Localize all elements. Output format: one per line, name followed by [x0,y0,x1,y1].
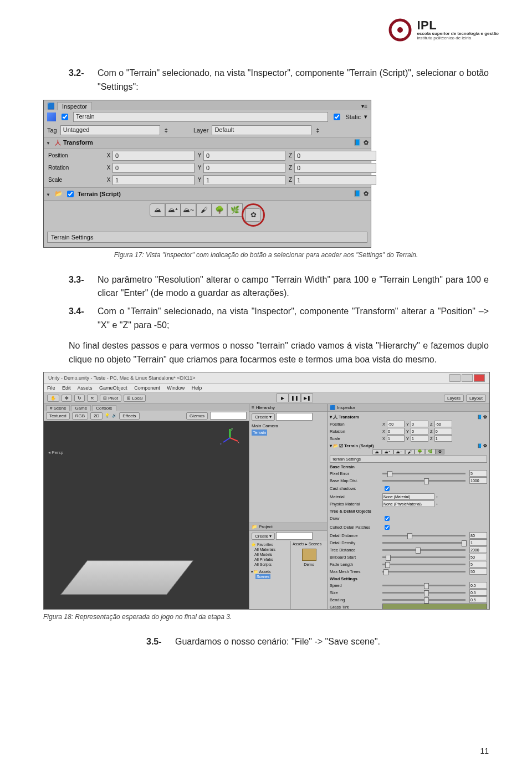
scl-z[interactable] [294,175,376,185]
step-body: Guardamos o nosso cenário: "File" -> "Sa… [175,635,489,649]
name-field[interactable]: Terrain [73,112,328,122]
hierarchy-item[interactable]: Main Camera [252,423,325,429]
rot-y[interactable] [203,163,285,173]
inspector-tab[interactable]: Inspector [337,405,355,410]
gizmos-toggle[interactable]: Gizmos [186,412,208,420]
svg-text:x: x [238,441,239,444]
hierarchy-header: ≡Hierarchy [249,404,327,412]
component-menu-icon[interactable]: ✿ [364,190,369,197]
raise-lower-icon[interactable]: ⛰ [150,203,165,217]
layer-dropdown[interactable]: Default [212,125,311,135]
menu-window[interactable]: Window [167,385,185,391]
static-dropdown-icon[interactable]: ▾ [364,113,367,120]
fav-item[interactable]: All Scripts [254,562,289,567]
svg-line-4 [223,438,230,442]
project-create[interactable]: Create ▾ [252,533,275,540]
pivot-toggle[interactable]: ⊞ Pivot [100,395,121,402]
menu-assets[interactable]: Assets [78,385,93,391]
move-tool-icon[interactable]: ✥ [62,395,72,402]
step-body: No parâmetro "Resolution" alterar o camp… [98,273,489,301]
layout-dropdown[interactable]: Layout [466,395,486,402]
transform-header[interactable]: 人 Transform 📘 ✿ [44,137,371,149]
orientation-gizmo-icon[interactable]: y x z [219,427,241,449]
scene-view[interactable]: y x z Persp [44,421,249,609]
page-number: 11 [480,747,489,755]
fav-item[interactable]: All Models [254,552,289,557]
svg-text:y: y [231,427,233,431]
pause-button[interactable]: ❚❚ [289,393,301,402]
pos-x[interactable] [112,151,195,161]
rot-z[interactable] [294,163,376,173]
fav-item[interactable]: All Materials [254,547,289,552]
project-folder-selected[interactable]: Scenes [255,574,270,579]
hand-tool-icon[interactable]: ✋ [47,395,59,402]
local-toggle[interactable]: ⊞ Local [124,395,146,402]
menu-component[interactable]: Component [134,385,160,391]
menu-edit[interactable]: Edit [62,385,71,391]
render-mode[interactable]: RGB [72,412,88,420]
play-button[interactable]: ▶ [277,393,289,402]
institution-logo: IPL escola superior de tecnologia e gest… [388,18,499,42]
draw-mode[interactable]: Textured [46,412,70,420]
component-menu-icon[interactable]: ✿ [364,139,369,146]
scene-tab[interactable]: # Scene [46,405,70,411]
hierarchy-search[interactable] [276,413,313,421]
pos-y[interactable] [203,151,285,161]
help-icon[interactable]: 📘 [354,139,361,146]
color-field[interactable] [382,604,487,609]
close-button[interactable] [474,374,485,382]
hierarchy-item-selected[interactable]: Terrain [252,430,267,436]
scale-label: Scale [48,177,104,183]
scl-x[interactable] [112,175,195,185]
figure-17-inspector-panel: 🟦 Inspector ▾≡ Terrain Static ▾ Tag Unta… [43,100,371,248]
project-search[interactable] [276,532,313,540]
smooth-height-icon[interactable]: ⛰~ [181,203,196,217]
active-checkbox[interactable] [62,114,68,120]
place-trees-icon[interactable]: 🌳 [212,203,227,217]
scene-file-icon[interactable] [302,549,316,561]
ipl-circle-icon [388,18,412,42]
scene-file-label: Demo [293,563,325,566]
hierarchy-create[interactable]: Create ▾ [252,413,275,421]
game-tab[interactable]: Game [71,405,91,411]
console-tab[interactable]: Console [92,405,116,411]
rot-x[interactable] [112,163,195,173]
layers-dropdown[interactable]: Layers [444,395,464,402]
insp-pos-y[interactable] [411,421,428,427]
rotate-tool-icon[interactable]: ↻ [74,395,85,402]
fav-item[interactable]: All Prefabs [254,557,289,562]
minimize-button[interactable] [449,374,461,382]
rotation-label: Rotation [48,165,104,171]
help-icon[interactable]: 📘 [354,190,361,197]
inspector-tab[interactable]: Inspector [57,102,92,110]
pos-z[interactable] [294,151,376,161]
menu-gameobject[interactable]: GameObject [99,385,127,391]
menu-file[interactable]: File [47,385,55,391]
terrain-plane [60,561,193,595]
breadcrumb[interactable]: Assets ▸ Scenes [293,542,325,546]
step-number: 3.2- [69,67,88,94]
insp-pos-x[interactable] [387,421,405,427]
paint-texture-icon[interactable]: 🖌 [196,203,212,217]
paragraph-after-steps: No final destes passos e para vermos o n… [43,339,489,367]
terrain-toolbar: ⛰ ⛰⁺ ⛰~ 🖌 🌳 🌿 ✿ [44,201,371,229]
paint-details-icon[interactable]: 🌿 [227,203,243,217]
static-checkbox[interactable] [334,114,340,120]
insp-pos-z[interactable] [434,421,452,427]
effects-toggle[interactable]: Effects [119,412,139,420]
maximize-button[interactable] [462,374,473,382]
scale-tool-icon[interactable]: ⤧ [87,395,98,402]
menu-help[interactable]: Help [192,385,202,391]
terrain-settings-button[interactable]: ✿ [245,208,261,222]
step-button[interactable]: ▶❚ [301,393,313,402]
step-3-5: 3.5- Guardamos o nosso cenário: "File" -… [43,635,489,649]
logo-subtitle-2: instituto politécnico de leiria [417,36,499,40]
terrain-script-header[interactable]: 📂 Terrain (Script) 📘 ✿ [44,187,371,201]
scl-y[interactable] [203,175,285,185]
tag-dropdown[interactable]: Untagged [60,125,160,135]
step-number: 3.4- [69,305,88,333]
2d-toggle[interactable]: 2D [90,412,103,420]
paint-height-icon[interactable]: ⛰⁺ [165,203,181,217]
scene-search[interactable] [210,412,247,420]
persp-label[interactable]: Persp [48,450,63,455]
